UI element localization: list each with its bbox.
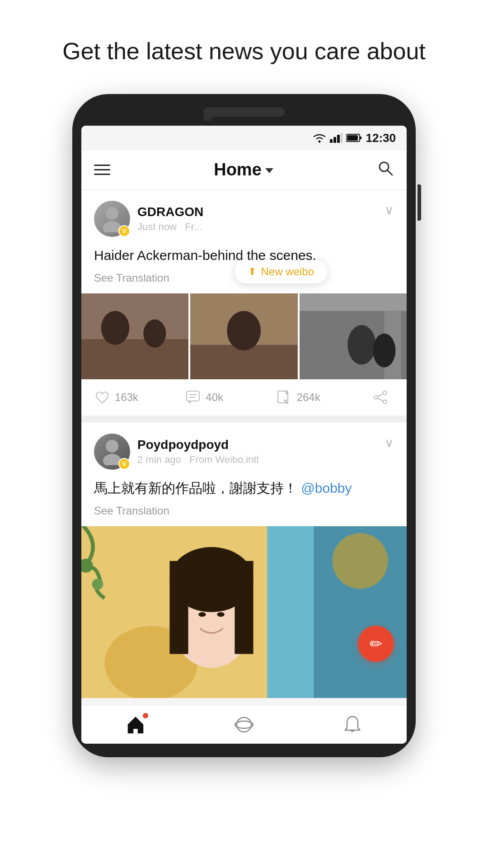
svg-rect-13 — [81, 339, 188, 379]
signal-icon — [330, 133, 343, 143]
svg-point-44 — [198, 612, 206, 617]
svg-point-28 — [383, 391, 387, 395]
nav-notifications[interactable] — [343, 715, 362, 735]
new-weibo-label: New weibo — [261, 265, 314, 278]
svg-rect-6 — [360, 137, 361, 139]
author-name: GDRAGON — [137, 205, 203, 219]
avatar-wrapper: V — [94, 201, 130, 237]
new-weibo-arrow-icon: ⬆ — [248, 266, 256, 278]
svg-rect-43 — [235, 561, 253, 654]
author-details: GDRAGON Just now Fr... — [137, 205, 203, 233]
see-translation-button-2[interactable]: See Translation — [94, 505, 394, 517]
post-source: Fr... — [185, 221, 202, 232]
header-title-text: Home — [214, 160, 262, 179]
svg-rect-2 — [333, 137, 336, 143]
post-time-2: 2 min ago — [137, 454, 181, 465]
post-image-1 — [81, 293, 188, 379]
post-text-2: 馬上就有新的作品啦，謝謝支持！ — [94, 481, 297, 495]
post-mention[interactable]: @bobby — [301, 481, 352, 495]
post-menu-icon-2[interactable]: ∨ — [385, 435, 394, 450]
search-button[interactable] — [377, 160, 394, 180]
action-bar: 163k 40k — [94, 379, 394, 415]
svg-point-29 — [374, 396, 378, 399]
svg-point-22 — [347, 325, 375, 364]
post-time: Just now — [137, 221, 177, 232]
compose-icon: ✏ — [370, 635, 382, 653]
page-headline: Get the latest news you care about — [35, 0, 453, 94]
comment-button[interactable]: 40k — [185, 389, 276, 406]
like-count: 163k — [115, 391, 138, 404]
status-time: 12:30 — [366, 131, 396, 145]
compose-fab[interactable]: ✏ — [358, 626, 394, 662]
svg-point-30 — [383, 400, 387, 404]
home-icon — [126, 715, 145, 735]
phone-side-button — [418, 184, 421, 221]
verified-badge: V — [118, 225, 130, 237]
svg-point-39 — [332, 533, 388, 589]
svg-point-15 — [143, 319, 166, 347]
phone-screen: 12:30 Home ⬆ — [81, 126, 407, 744]
post-source-2: From Weibo.intl — [189, 454, 259, 465]
svg-point-18 — [227, 311, 261, 350]
comment-count: 40k — [206, 391, 223, 404]
svg-point-49 — [235, 721, 253, 728]
notification-icon — [343, 715, 362, 735]
like-button[interactable]: 163k — [94, 389, 185, 406]
explore-icon — [234, 715, 254, 735]
svg-rect-4 — [341, 133, 343, 143]
verified-badge-2: V — [118, 458, 130, 470]
svg-point-23 — [373, 333, 395, 367]
post-author-info-2: V Poydpoydpoyd 2 min ago From Weibo.intl — [94, 434, 259, 470]
post-image-2 — [190, 293, 297, 379]
post-content-text-2: 馬上就有新的作品啦，謝謝支持！ @bobby — [94, 478, 394, 498]
bottom-nav — [81, 705, 407, 744]
post-card-2: V Poydpoydpoyd 2 min ago From Weibo.intl… — [81, 423, 407, 698]
svg-rect-1 — [330, 139, 333, 143]
nav-home[interactable] — [126, 715, 145, 735]
wifi-icon — [313, 133, 326, 143]
svg-point-48 — [237, 717, 251, 732]
post-menu-icon[interactable]: ∨ — [385, 203, 394, 217]
svg-point-45 — [217, 612, 224, 617]
svg-point-0 — [318, 141, 320, 143]
svg-rect-20 — [300, 293, 407, 311]
svg-point-33 — [106, 440, 118, 453]
svg-point-10 — [106, 207, 118, 220]
repost-button[interactable]: 264k — [276, 389, 367, 406]
svg-point-47 — [92, 579, 103, 590]
share-button[interactable] — [367, 389, 394, 406]
post-header-2: V Poydpoydpoyd 2 min ago From Weibo.intl… — [94, 434, 394, 470]
app-header: Home — [81, 151, 407, 190]
chevron-down-icon — [265, 168, 273, 173]
post-meta: Just now Fr... — [137, 221, 203, 233]
header-title-container[interactable]: Home — [214, 160, 273, 179]
avatar-wrapper-2: V — [94, 434, 130, 470]
status-icons: 12:30 — [313, 131, 396, 145]
post-image-grid — [81, 293, 407, 379]
post-image-large — [81, 526, 407, 698]
feed: ⬆ New weibo — [81, 190, 407, 698]
svg-rect-3 — [337, 135, 340, 143]
svg-line-31 — [378, 394, 383, 396]
svg-line-32 — [378, 398, 383, 401]
post-header: V GDRAGON Just now Fr... ∨ — [94, 201, 394, 237]
svg-point-14 — [101, 311, 129, 344]
svg-rect-7 — [347, 135, 358, 141]
post-author-info: V GDRAGON Just now Fr... — [94, 201, 203, 237]
phone-speaker — [203, 108, 285, 117]
nav-explore[interactable] — [234, 715, 254, 735]
battery-icon — [346, 133, 362, 142]
author-details-2: Poydpoydpoyd 2 min ago From Weibo.intl — [137, 438, 259, 466]
status-bar: 12:30 — [81, 126, 407, 151]
hamburger-menu-icon[interactable] — [94, 165, 110, 175]
new-weibo-toast[interactable]: ⬆ New weibo — [235, 260, 327, 283]
phone-camera — [203, 112, 212, 121]
phone-frame: 12:30 Home ⬆ — [72, 94, 416, 757]
svg-line-9 — [388, 170, 392, 175]
svg-rect-42 — [169, 561, 188, 654]
post-card: V GDRAGON Just now Fr... ∨ H — [81, 190, 407, 415]
author-name-2: Poydpoydpoyd — [137, 438, 259, 452]
repost-count: 264k — [297, 391, 320, 404]
home-notification-dot — [143, 713, 148, 718]
post-meta-2: 2 min ago From Weibo.intl — [137, 454, 259, 466]
